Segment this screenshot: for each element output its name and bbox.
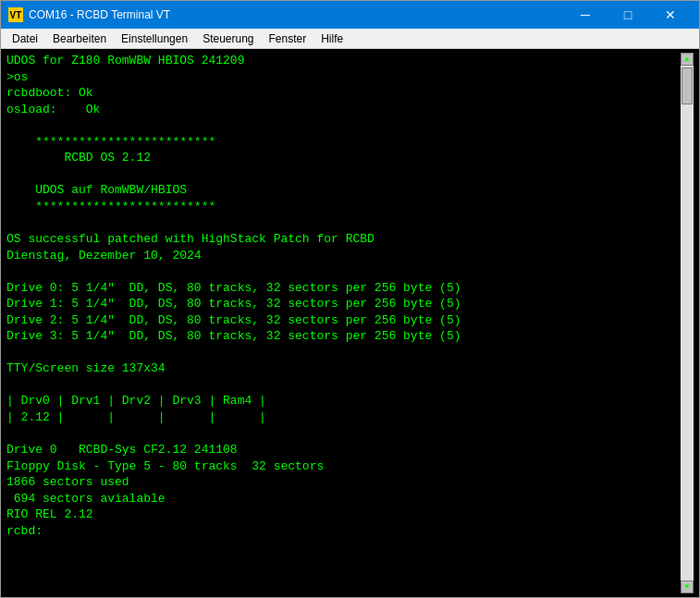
window-controls: ─ □ ✕ xyxy=(564,1,692,29)
scrollbar-down-arrow[interactable]: ▼ xyxy=(681,580,694,593)
menu-bar: Datei Bearbeiten Einstellungen Steuerung… xyxy=(1,29,699,49)
menu-hilfe[interactable]: Hilfe xyxy=(313,31,350,47)
scrollbar-up-arrow[interactable]: ▲ xyxy=(681,53,694,66)
window-icon-label: VT xyxy=(10,10,22,20)
menu-steuerung[interactable]: Steuerung xyxy=(195,31,261,47)
menu-bearbeiten[interactable]: Bearbeiten xyxy=(45,31,114,47)
scrollbar[interactable]: ▲ ▼ xyxy=(681,53,694,593)
title-bar: VT COM16 - RCBD Terminal VT ─ □ ✕ xyxy=(1,1,699,29)
maximize-button[interactable]: □ xyxy=(607,1,649,29)
scrollbar-track[interactable] xyxy=(681,66,694,580)
window-icon: VT xyxy=(8,7,23,22)
window-title: COM16 - RCBD Terminal VT xyxy=(29,8,564,21)
terminal-content: UDOS for Z180 RomWBW HBIOS 241209 >os rc… xyxy=(6,53,681,593)
menu-datei[interactable]: Datei xyxy=(5,31,45,47)
minimize-button[interactable]: ─ xyxy=(564,1,607,29)
close-button[interactable]: ✕ xyxy=(649,1,692,29)
menu-fenster[interactable]: Fenster xyxy=(262,31,314,47)
terminal-area[interactable]: UDOS for Z180 RomWBW HBIOS 241209 >os rc… xyxy=(1,49,699,597)
main-window: VT COM16 - RCBD Terminal VT ─ □ ✕ Datei … xyxy=(0,0,700,598)
menu-einstellungen[interactable]: Einstellungen xyxy=(114,31,195,47)
scrollbar-thumb[interactable] xyxy=(682,67,693,104)
